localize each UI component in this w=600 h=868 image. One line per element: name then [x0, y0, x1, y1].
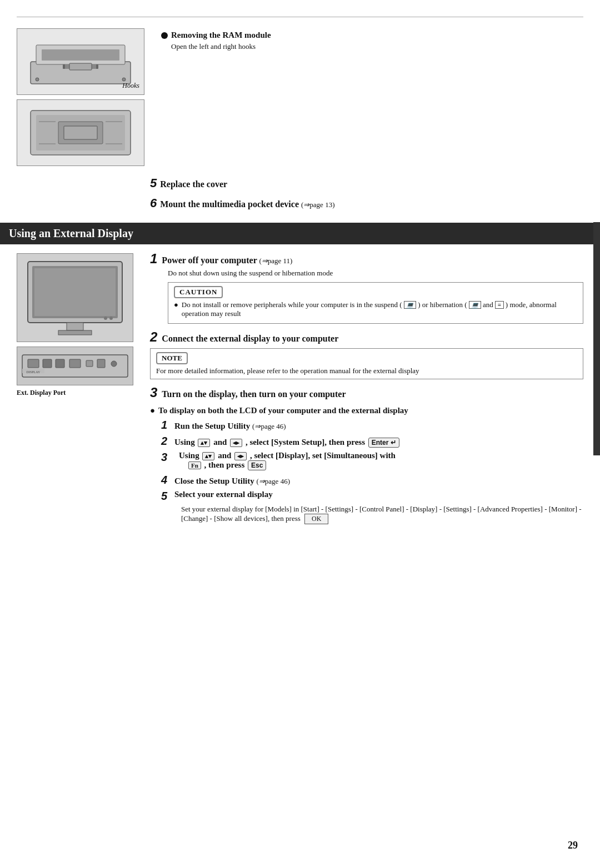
bullet-both-display: ● To display on both the LCD of your com…: [150, 406, 583, 415]
sub-step1: 1 Run the Setup Utility (⇒page 46): [161, 419, 583, 432]
step6-line: 6 Mount the multimedia pocket device (⇒p…: [150, 196, 583, 210]
note-text: For more detailed information, please re…: [156, 367, 577, 375]
step2-heading: 2 Connect the external display to your c…: [150, 329, 583, 345]
sub-step4-text: Close the Setup Utility (⇒page 46): [174, 476, 583, 486]
note-title: NOTE: [156, 352, 188, 364]
svg-rect-20: [67, 323, 83, 330]
ext-left-col: DISPLAY Ext. Display Port: [0, 244, 144, 524]
caution-text: Do not install or remove peripherals whi…: [182, 300, 577, 318]
ram-image-top: Hooks: [17, 28, 144, 95]
key-left-right-icon: ◂▸: [230, 439, 242, 447]
ram-text-col: Removing the RAM module Open the left an…: [161, 28, 583, 166]
key-up-down-icon: ▴▾: [198, 439, 210, 447]
right-accent-bar: [593, 222, 600, 455]
step6-num: 6: [150, 196, 157, 210]
svg-rect-26: [43, 359, 52, 368]
ext-display-section: DISPLAY Ext. Display Port 1 Power off yo…: [0, 244, 600, 524]
enter-key-button: Enter ↵: [368, 438, 399, 448]
svg-rect-5: [63, 64, 65, 69]
top-rule: [17, 17, 583, 17]
svg-rect-12: [64, 126, 97, 139]
monitor-image: [17, 253, 133, 342]
sub-step5-text: Select your external display: [174, 490, 583, 499]
steps-56: 5 Replace the cover 6 Mount the multimed…: [150, 176, 583, 210]
step2-block: 2 Connect the external display to your c…: [150, 329, 583, 379]
ram-sub-text: Open the left and right hooks: [171, 42, 583, 51]
section-title: Using an External Display: [9, 227, 133, 239]
ok-button[interactable]: OK: [304, 514, 328, 524]
sub-step2-num: 2: [161, 435, 170, 448]
sub-step4: 4 Close the Setup Utility (⇒page 46): [161, 474, 583, 486]
bullet-dot: [161, 32, 168, 39]
ram-images: Hooks: [17, 28, 150, 166]
caution-title: CAUTION: [174, 286, 223, 298]
ram-title: Removing the RAM module: [161, 31, 583, 40]
sub-step3-num: 3: [161, 451, 170, 464]
sub-step3: 3 Using ▴▾ and ◂▸ , select [Display], se…: [161, 451, 583, 470]
sub-step1-num: 1: [161, 419, 170, 432]
step5-line: 5 Replace the cover: [150, 176, 583, 190]
caution-bullet: ●: [174, 300, 178, 318]
step6-text: Mount the multimedia pocket device (⇒pag…: [160, 199, 334, 209]
svg-rect-19: [34, 268, 116, 316]
note-box: NOTE For more detailed information, plea…: [150, 348, 583, 379]
svg-text:DISPLAY: DISPLAY: [27, 370, 41, 374]
sub-step2-text: Using ▴▾ and ◂▸ , select [System Setup],…: [174, 438, 583, 448]
step1-block: 1 Power off your computer (⇒page 11) Do …: [150, 251, 583, 324]
svg-rect-21: [58, 330, 92, 335]
svg-rect-2: [42, 49, 119, 61]
svg-rect-6: [96, 64, 98, 69]
sub-step5-sub: Set your external display for [Models] i…: [181, 505, 583, 524]
bullet-both-text: To display on both the LCD of your compu…: [158, 406, 408, 415]
svg-point-23: [104, 317, 107, 320]
ext-display-port-label: Ext. Display Port: [17, 389, 133, 397]
svg-point-31: [111, 361, 117, 367]
step1-text: Power off your computer (⇒page 11): [162, 255, 292, 265]
step3-heading: 3 Turn on the display, then turn on your…: [150, 385, 583, 400]
svg-rect-30: [97, 359, 105, 368]
step1-num: 1: [150, 251, 157, 267]
sub-step2: 2 Using ▴▾ and ◂▸ , select [System Setup…: [161, 435, 583, 448]
key-left-right-icon2: ◂▸: [234, 452, 247, 460]
step1-sub: Do not shut down using the suspend or hi…: [168, 269, 583, 278]
sub-step5: 5 Select your external display: [161, 490, 583, 503]
section-header: Using an External Display: [0, 223, 600, 244]
page-container: Hooks: [0, 0, 600, 868]
svg-rect-29: [86, 360, 93, 367]
svg-point-22: [109, 317, 113, 320]
ram-image-bottom: [17, 99, 144, 166]
page-number: 29: [568, 840, 578, 851]
svg-point-8: [122, 78, 126, 81]
step3-num: 3: [150, 385, 157, 400]
sub-step3-text: Using ▴▾ and ◂▸ , select [Display], set …: [179, 451, 583, 470]
ram-section: Hooks: [17, 28, 583, 166]
step5-num: 5: [150, 176, 157, 190]
step1-heading: 1 Power off your computer (⇒page 11): [150, 251, 583, 267]
sub-step4-num: 4: [161, 474, 170, 486]
caution-box: CAUTION ● Do not install or remove perip…: [168, 282, 583, 324]
step2-num: 2: [150, 329, 157, 345]
step6-ref: (⇒page 13): [301, 200, 334, 209]
step5-text: Replace the cover: [160, 179, 227, 189]
port-device-image: DISPLAY: [17, 347, 133, 385]
key-up-down-icon2: ▴▾: [202, 452, 214, 460]
svg-point-7: [36, 78, 39, 81]
sub-steps: 1 Run the Setup Utility (⇒page 46) 2 Usi…: [161, 419, 583, 524]
key-fn-icon: Fn: [188, 461, 201, 469]
ram-title-text: Removing the RAM module: [171, 31, 271, 40]
step2-text: Connect the external display to your com…: [162, 334, 338, 344]
caution-item1: ● Do not install or remove peripherals w…: [174, 300, 577, 318]
svg-rect-25: [28, 359, 39, 368]
esc-key-button: Esc: [248, 460, 266, 470]
svg-rect-28: [69, 359, 81, 368]
svg-rect-27: [56, 359, 64, 368]
bullet-dot2: ●: [150, 406, 155, 415]
step3-block: 3 Turn on the display, then turn on your…: [150, 385, 583, 400]
sub-step5-num: 5: [161, 490, 170, 503]
svg-rect-4: [69, 63, 92, 70]
hooks-label: Hooks: [122, 82, 139, 90]
sub-step1-text: Run the Setup Utility (⇒page 46): [174, 422, 583, 431]
step3-text: Turn on the display, then turn on your c…: [162, 389, 346, 399]
ext-right-col: 1 Power off your computer (⇒page 11) Do …: [144, 244, 600, 524]
